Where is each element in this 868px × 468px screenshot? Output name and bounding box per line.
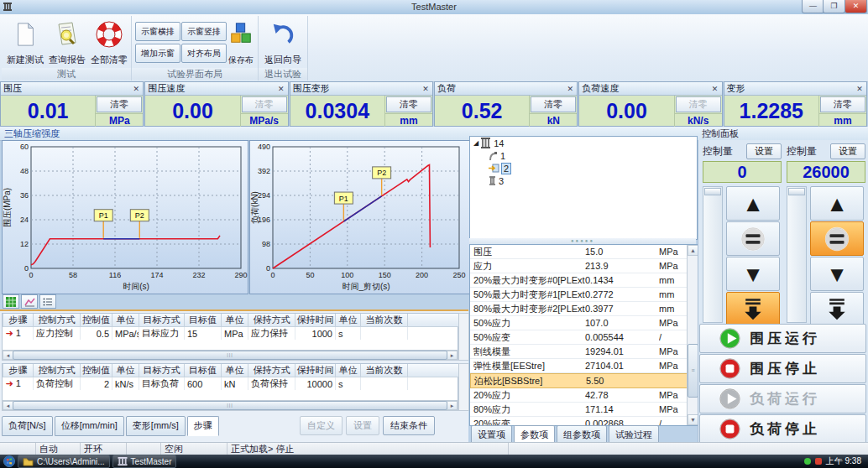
control-stop-button-1[interactable] <box>726 221 780 256</box>
step-col-header: 目标值 <box>185 314 222 327</box>
tree-child-label[interactable]: 2 <box>501 163 511 174</box>
param-value: 5.50 <box>586 374 660 387</box>
param-row[interactable]: 割线模量19294.01MPa <box>470 345 688 359</box>
save-layout-button[interactable]: 保存布局 <box>226 18 256 67</box>
align-layout-button[interactable]: 对齐布局 <box>181 44 227 63</box>
steps-tab-1[interactable]: 位移[mm/min] <box>55 416 124 436</box>
param-row[interactable]: 20%最大力时变形#0[PLExtn0]0.1434mm <box>470 273 688 288</box>
steps-tab-3[interactable]: 步骤 <box>187 416 219 436</box>
step-row[interactable]: ➜ 1负荷控制2kN/s目标负荷600kN负荷保持10000s <box>3 377 459 391</box>
tree-expander-icon[interactable]: ◢ <box>473 139 478 147</box>
tree-child-label[interactable]: 3 <box>499 176 504 186</box>
gauge-clear-button[interactable]: 清零 <box>386 96 431 112</box>
steps-table2-hscrollbar[interactable]: ◂▸||| <box>2 400 458 411</box>
param-row[interactable]: 泊松比[BSBStre]5.50 <box>470 373 688 388</box>
windows-horizontal-button[interactable]: 示窗横排 <box>135 22 180 41</box>
param-name: 50%应变 <box>470 330 585 344</box>
param-row[interactable]: 50%应力107.0MPa <box>470 316 688 330</box>
minimize-button[interactable]: — <box>802 0 824 13</box>
status-cell-blank <box>0 443 36 455</box>
slider-thumb-1[interactable] <box>704 188 721 195</box>
param-row[interactable]: 围压15.0MPa <box>470 245 688 259</box>
steps-action-button-2[interactable]: 结束条件 <box>383 416 435 435</box>
control-stop-button-2[interactable] <box>810 221 864 256</box>
slider-track-1[interactable] <box>703 186 723 323</box>
gauge-clear-button[interactable]: 清零 <box>97 96 142 112</box>
tree-child-label[interactable]: 1 <box>500 151 505 161</box>
gauge-clear-button[interactable]: 清零 <box>531 96 576 112</box>
control-down-button-2[interactable]: ▼ <box>810 257 864 291</box>
close-button[interactable]: ✕ <box>844 0 867 13</box>
tree-child-node-1[interactable]: 1 <box>470 149 697 162</box>
tree-child-node-2[interactable]: 2 <box>470 162 697 174</box>
gauge-title: 负荷 <box>437 82 566 95</box>
gauge-close-icon[interactable]: ✕ <box>855 85 864 93</box>
current-step-arrow-icon: ➜ <box>6 328 13 338</box>
slider-thumb-2[interactable] <box>788 188 805 195</box>
params-vscrollbar[interactable]: ▲ ≡ ▼ <box>687 245 698 425</box>
taskbar-item-explorer[interactable]: C:\Users\Admini... <box>18 455 110 468</box>
steps-tab-2[interactable]: 变形[mm/s] <box>126 416 186 436</box>
param-name: 割线模量 <box>470 345 585 358</box>
add-window-button[interactable]: 增加示窗 <box>135 44 180 63</box>
step-row[interactable]: ➜ 1应力控制0.5MPa/s目标应力15MPa应力保持1000s <box>3 327 459 341</box>
steps-table2-vscrollbar[interactable] <box>458 363 469 411</box>
steps-table1-vscrollbar[interactable] <box>458 313 469 361</box>
gauge-close-icon[interactable]: ✕ <box>711 85 719 93</box>
param-value: 27104.01 <box>585 359 659 372</box>
param-row[interactable]: 应力213.9MPa <box>470 259 688 273</box>
control-fast-down-button-2[interactable] <box>810 292 864 326</box>
tray-green-icon <box>804 458 811 465</box>
load-stop-button[interactable]: 负荷停止 <box>699 414 866 444</box>
gauge-clear-button[interactable]: 清零 <box>242 96 287 112</box>
tree-child-node-3[interactable]: 3 <box>470 174 697 187</box>
windows-vertical-button[interactable]: 示窗竖排 <box>181 22 227 41</box>
gauge-close-icon[interactable]: ✕ <box>421 85 430 93</box>
tree-root-node[interactable]: ◢14 <box>470 137 697 149</box>
control-fast-down-button-1[interactable] <box>726 292 780 326</box>
gauge-close-icon[interactable]: ✕ <box>566 85 574 93</box>
query-report-button[interactable]: 查询报告 <box>46 18 88 67</box>
taskbar-item-testmaster[interactable]: TestMaster <box>112 455 177 468</box>
maximize-button[interactable]: ❐ <box>823 0 845 13</box>
param-row[interactable]: 弹性模量[EEStre]27104.01MPa <box>470 359 688 373</box>
gauge-clear-button[interactable]: 清零 <box>820 96 865 112</box>
slider-track-2[interactable] <box>787 186 807 323</box>
param-row[interactable]: 50%应变0.005544/ <box>470 330 688 345</box>
svg-text:12: 12 <box>20 240 29 248</box>
svg-text:0: 0 <box>24 264 29 273</box>
svg-text:98: 98 <box>262 240 270 248</box>
confining-run-button[interactable]: 围压运行 <box>699 324 866 353</box>
new-test-button[interactable]: 新建测试 <box>4 18 46 67</box>
back-to-wizard-button[interactable]: 返回向导 <box>262 18 304 67</box>
param-row[interactable]: 80%最大力时变形#2[PLExtn2]0.3977mm <box>470 302 688 316</box>
start-button[interactable] <box>3 455 15 467</box>
step-col-header: 目标方式 <box>139 314 185 327</box>
control-column-pressure: 控制量 设置 0 ▲▼ <box>703 143 782 183</box>
gauge-clear-button[interactable]: 清零 <box>676 96 721 112</box>
steps-table1-hscrollbar[interactable]: ◂▸||| <box>2 350 458 361</box>
gauge-value: 0.52 <box>435 96 529 128</box>
tree-params-splitter[interactable]: ●●●●● <box>469 238 696 244</box>
lifebuoy-icon <box>88 18 130 51</box>
system-tray[interactable]: 上午 9:38 <box>804 455 861 467</box>
control-up-button-1[interactable]: ▲ <box>726 186 780 221</box>
control-down-button-1[interactable]: ▼ <box>726 257 780 291</box>
chart-list-button[interactable] <box>39 294 56 309</box>
set-button-1[interactable]: 设置 <box>746 143 782 159</box>
param-row[interactable]: 50%最大力时变形#1[PLExtn1]0.2772mm <box>470 288 688 302</box>
steps-tab-0[interactable]: 负荷[N/s] <box>2 416 53 436</box>
confining-stop-button[interactable]: 围压停止 <box>699 354 866 383</box>
chart-zoom-button[interactable] <box>3 294 19 309</box>
clear-all-button[interactable]: 全部清零 <box>88 18 130 67</box>
param-row[interactable]: 20%应力42.78MPa <box>470 388 688 403</box>
svg-text:232: 232 <box>192 271 205 279</box>
report-icon <box>46 18 88 51</box>
chart-curve-button[interactable] <box>21 294 38 309</box>
gauge-close-icon[interactable]: ✕ <box>277 85 285 93</box>
gauge-body: 0.0304清零mm <box>290 96 432 128</box>
param-row[interactable]: 80%应力171.14MPa <box>470 403 688 417</box>
control-up-button-2[interactable]: ▲ <box>810 186 864 221</box>
set-button-2[interactable]: 设置 <box>830 143 865 159</box>
gauge-close-icon[interactable]: ✕ <box>132 85 140 93</box>
